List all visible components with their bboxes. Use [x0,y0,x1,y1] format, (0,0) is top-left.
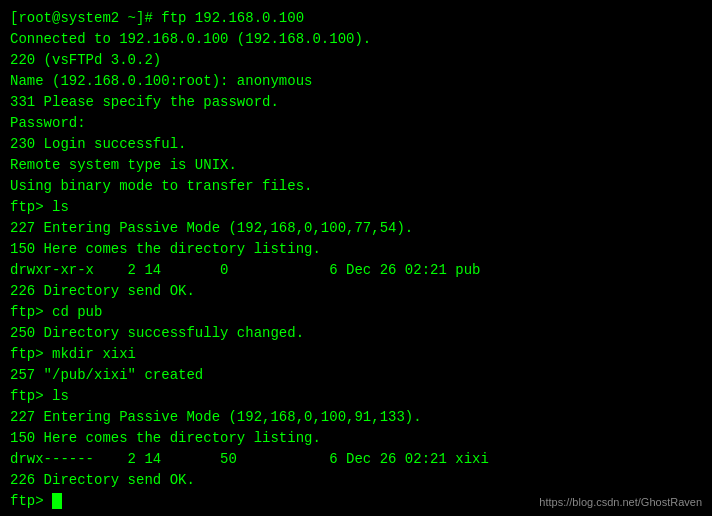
terminal-line: Remote system type is UNIX. [10,155,702,176]
terminal-line: Using binary mode to transfer files. [10,176,702,197]
terminal-line: Name (192.168.0.100:root): anonymous [10,71,702,92]
terminal-line: 226 Directory send OK. [10,281,702,302]
terminal-line: 331 Please specify the password. [10,92,702,113]
terminal-line: 227 Entering Passive Mode (192,168,0,100… [10,218,702,239]
terminal-line: 150 Here comes the directory listing. [10,239,702,260]
watermark: https://blog.csdn.net/GhostRaven [539,496,702,508]
terminal-line: Password: [10,113,702,134]
terminal-line: ftp> mkdir xixi [10,344,702,365]
terminal-line: 226 Directory send OK. [10,470,702,491]
terminal-line: [root@system2 ~]# ftp 192.168.0.100 [10,8,702,29]
terminal-line: drwxr-xr-x 2 14 0 6 Dec 26 02:21 pub [10,260,702,281]
terminal-line: 230 Login successful. [10,134,702,155]
terminal-line: 150 Here comes the directory listing. [10,428,702,449]
terminal-line: ftp> ls [10,197,702,218]
terminal-line: 250 Directory successfully changed. [10,323,702,344]
terminal-line: 227 Entering Passive Mode (192,168,0,100… [10,407,702,428]
terminal-line: Connected to 192.168.0.100 (192.168.0.10… [10,29,702,50]
terminal-output: [root@system2 ~]# ftp 192.168.0.100Conne… [10,8,702,512]
terminal-line: 257 "/pub/xixi" created [10,365,702,386]
terminal-line: drwx------ 2 14 50 6 Dec 26 02:21 xixi [10,449,702,470]
terminal-window: [root@system2 ~]# ftp 192.168.0.100Conne… [0,0,712,516]
terminal-line: ftp> cd pub [10,302,702,323]
terminal-cursor [52,493,62,509]
terminal-line: ftp> ls [10,386,702,407]
terminal-line: 220 (vsFTPd 3.0.2) [10,50,702,71]
